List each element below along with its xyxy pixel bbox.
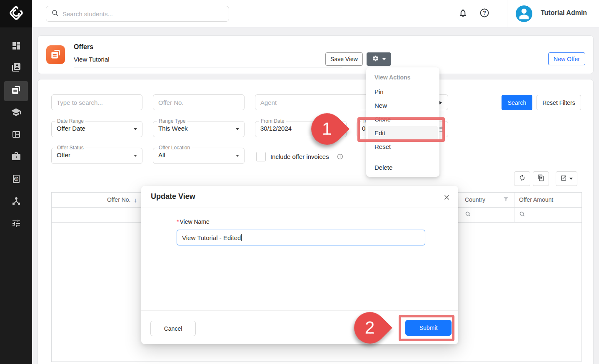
range-type-label: Range Type (157, 118, 187, 124)
view-name-label: *View Name (177, 218, 210, 225)
notifications-button[interactable] (457, 8, 468, 19)
network-icon (11, 196, 21, 208)
include-invoices-checkbox[interactable] (256, 152, 266, 161)
modal-header: Update View (141, 186, 458, 208)
page-header-card: Offers View Tutorial Save View New Offer (37, 35, 594, 74)
sidebar-item-invoice[interactable]: $ (4, 170, 28, 190)
export-icon (560, 175, 567, 183)
topbar: ? Tutorial Admin (32, 0, 599, 27)
avatar[interactable] (516, 5, 532, 22)
column-header-offer-no[interactable]: Offer No. ↓ (84, 192, 142, 207)
keyword-search-input[interactable] (51, 94, 142, 110)
agent-placeholder: Agent (260, 99, 277, 106)
range-type-select[interactable]: Range Type This Week (153, 121, 245, 137)
cancel-button[interactable]: Cancel (150, 321, 196, 336)
sidebar-item-dashboard[interactable] (4, 37, 28, 57)
view-name-input-value: View Tutorial - Edited (182, 234, 241, 241)
search-button[interactable]: Search (502, 95, 532, 110)
refresh-button[interactable] (514, 171, 530, 186)
user-icon (517, 6, 531, 22)
contacts-icon (11, 62, 21, 74)
required-asterisk: * (177, 218, 179, 225)
help-button[interactable]: ? (479, 8, 490, 19)
global-search[interactable] (46, 6, 229, 22)
menu-item-reset[interactable]: Reset (368, 140, 438, 154)
from-date-value: 30/12/2024 (260, 125, 292, 132)
offers-icon (11, 85, 21, 97)
invoice-icon: $ (11, 174, 21, 186)
app-logo[interactable] (0, 0, 32, 27)
country-header-label: Country (465, 196, 485, 203)
user-name[interactable]: Tutorial Admin (541, 9, 587, 17)
view-name-label-text: View Name (180, 218, 209, 225)
offer-status-label: Offer Status (55, 145, 85, 151)
view-actions-menu: View Actions Pin New Clone Edit Reset De… (366, 67, 439, 177)
submit-button[interactable]: Submit (405, 320, 452, 336)
info-icon[interactable] (337, 154, 343, 161)
date-range-label: Date Range (55, 118, 85, 124)
dashboard-icon (11, 41, 21, 52)
date-range-select[interactable]: Date Range Offer Date (51, 121, 142, 137)
reset-filters-button[interactable]: Reset Filters (537, 95, 581, 110)
offers-app-icon (46, 45, 65, 64)
include-invoices-label: Include offer invoices (270, 153, 329, 160)
from-date-field[interactable]: From Date 30/12/2024 (255, 121, 347, 137)
modal-close-button[interactable] (442, 192, 452, 202)
menu-divider (368, 157, 438, 157)
view-actions-menu-header: View Actions (368, 71, 438, 85)
search-students-input[interactable] (62, 10, 224, 17)
filter-funnel-icon[interactable] (503, 196, 509, 203)
sidebar-item-contacts[interactable] (4, 58, 28, 78)
sidebar-item-offers[interactable] (4, 81, 28, 101)
sidebar-item-education[interactable] (4, 103, 28, 123)
new-offer-button[interactable]: New Offer (548, 52, 585, 65)
menu-item-delete[interactable]: Delete (368, 161, 438, 174)
close-icon (444, 194, 450, 201)
refresh-icon (519, 174, 526, 183)
education-icon (11, 107, 21, 119)
layout-icon (11, 129, 21, 141)
menu-item-edit[interactable]: Edit (368, 126, 438, 140)
copy-grid-button[interactable] (533, 171, 549, 186)
menu-item-pin[interactable]: Pin (368, 85, 438, 99)
save-view-button[interactable]: Save View (325, 52, 363, 66)
update-view-modal: Update View *View Name View Tutorial - E… (141, 186, 458, 344)
brand-swirl-icon (8, 5, 24, 22)
svg-text:?: ? (483, 10, 486, 16)
topbar-divider (507, 0, 507, 27)
sidebar: $ (0, 0, 32, 364)
chevron-down-icon (382, 58, 386, 60)
offer-location-label: Offer Location (157, 145, 192, 151)
search-icon (465, 211, 471, 219)
range-type-value: This Week (158, 125, 188, 132)
search-icon (51, 9, 59, 18)
view-actions-gear-button[interactable] (367, 52, 391, 66)
view-selector[interactable]: View Tutorial (74, 54, 342, 67)
sliders-icon (11, 218, 21, 230)
svg-text:$: $ (15, 177, 17, 181)
menu-item-new[interactable]: New (368, 99, 438, 112)
offer-amount-filter-cell[interactable] (514, 207, 582, 222)
gear-icon (372, 55, 379, 63)
offer-status-select[interactable]: Offer Status Offer (51, 148, 142, 164)
menu-item-clone[interactable]: Clone (368, 112, 438, 126)
country-filter-cell[interactable] (460, 207, 514, 222)
offer-location-select[interactable]: Offer Location All (153, 148, 245, 164)
view-name-input[interactable]: View Tutorial - Edited (177, 230, 425, 245)
offer-no-input[interactable] (153, 94, 245, 110)
chevron-down-icon (134, 155, 137, 157)
column-header-offer-amount[interactable]: Offer Amount (514, 192, 582, 207)
sidebar-item-briefcase[interactable] (4, 147, 28, 167)
modal-title: Update View (151, 192, 195, 201)
sort-desc-icon: ↓ (134, 196, 137, 203)
sidebar-item-sliders[interactable] (4, 214, 28, 234)
column-header-country[interactable]: Country (460, 192, 514, 207)
copy-icon (537, 174, 544, 183)
sidebar-item-layout[interactable] (4, 125, 28, 145)
page-title: Offers (74, 43, 93, 51)
sidebar-item-network[interactable] (4, 192, 28, 212)
from-date-label: From Date (259, 118, 286, 124)
search-icon (519, 211, 525, 219)
export-button[interactable] (556, 171, 577, 186)
bell-icon (458, 8, 468, 20)
